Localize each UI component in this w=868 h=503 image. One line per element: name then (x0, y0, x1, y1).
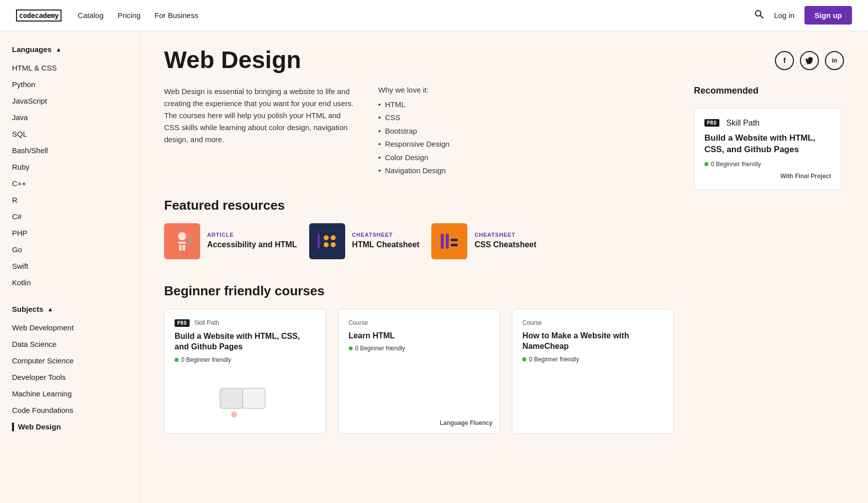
sidebar-item-bash[interactable]: Bash/Shell (12, 142, 128, 159)
sidebar-item-web-dev[interactable]: Web Development (12, 319, 128, 336)
course-card-1[interactable]: PRO Skill Path Build a Website with HTML… (164, 309, 326, 434)
featured-card-accessibility[interactable]: ARTICLE Accessibility and HTML (164, 223, 297, 259)
sidebar-item-cpp[interactable]: C++ (12, 175, 128, 192)
sidebar-item-go[interactable]: Go (12, 241, 128, 258)
sidebar-item-ruby[interactable]: Ruby (12, 159, 128, 175)
css-cheatsheet-icon (437, 229, 462, 254)
rec-card-title: Build a Website with HTML, CSS, and Gith… (704, 133, 831, 156)
sidebar-item-python[interactable]: Python (12, 76, 128, 93)
sidebar-item-developer-tools[interactable]: Developer Tools (12, 369, 128, 385)
green-dot-2 (349, 346, 353, 350)
css-title: CSS Cheatsheet (474, 240, 536, 250)
signup-button[interactable]: Sign up (804, 6, 852, 25)
green-dot-1 (175, 358, 179, 362)
course-2-badge: 0 Beginner friendly (349, 345, 490, 352)
sidebar-item-data-science[interactable]: Data Science (12, 336, 128, 352)
content-main: Web Design is essential to bringing a we… (164, 86, 674, 434)
accessibility-icon (170, 229, 195, 254)
html-type: CHEATSHEET (352, 232, 420, 238)
main-layout: Languages ▲ HTML & CSS Python JavaScript… (0, 31, 868, 503)
why-love-item: Bootstrap (378, 125, 450, 138)
description-section: Web Design is essential to bringing a we… (164, 86, 674, 178)
course-2-badge-label: 0 Beginner friendly (355, 345, 405, 352)
svg-point-11 (331, 235, 336, 240)
courses-grid: PRO Skill Path Build a Website with HTML… (164, 309, 674, 434)
sidebar-item-kotlin[interactable]: Kotlin (12, 274, 128, 291)
active-indicator (12, 422, 14, 431)
sidebar-item-swift[interactable]: Swift (12, 258, 128, 274)
css-info: CHEATSHEET CSS Cheatsheet (474, 232, 536, 250)
subjects-chevron: ▲ (48, 306, 54, 313)
nav-pricing[interactable]: Pricing (118, 11, 141, 20)
sidebar-item-computer-science[interactable]: Computer Science (12, 352, 128, 369)
svg-text:...: ... (226, 397, 230, 401)
featured-title: Featured resources (164, 198, 674, 213)
course-3-badge-label: 0 Beginner friendly (529, 356, 579, 363)
why-love: Why we love it: HTML CSS Bootstrap Respo… (378, 86, 450, 178)
svg-point-2 (178, 232, 186, 240)
nav-for-business[interactable]: For Business (155, 11, 199, 20)
course-3-type-label: Course (522, 319, 542, 326)
rec-type-row: PRO Skill Path (704, 119, 831, 128)
page-title: Web Design (164, 47, 301, 74)
html-cheatsheet-icon (315, 229, 340, 254)
css-type: CHEATSHEET (474, 232, 536, 238)
rec-badge-label: 0 Beginner friendly (711, 161, 761, 168)
navbar-actions: Log in Sign up (754, 6, 852, 25)
rec-badge: 0 Beginner friendly (704, 161, 831, 168)
sidebar-item-php[interactable]: PHP (12, 225, 128, 241)
sidebar-item-machine-learning[interactable]: Machine Learning (12, 385, 128, 402)
recommended-card[interactable]: PRO Skill Path Build a Website with HTML… (694, 108, 841, 190)
course-card-3[interactable]: Course How to Make a Website with NameCh… (512, 309, 674, 434)
svg-point-9 (324, 235, 329, 240)
svg-rect-18 (243, 388, 265, 408)
accessibility-type: ARTICLE (207, 232, 297, 238)
logo-code: code (19, 12, 35, 20)
accessibility-info: ARTICLE Accessibility and HTML (207, 232, 297, 250)
sidebar-item-javascript[interactable]: JavaScript (12, 93, 128, 109)
sidebar-item-html-css[interactable]: HTML & CSS (12, 60, 128, 76)
svg-rect-5 (183, 245, 185, 251)
course-2-type: Course (349, 319, 490, 326)
sidebar-item-web-design[interactable]: Web Design (12, 418, 128, 435)
sidebar-item-code-foundations[interactable]: Code Foundations (12, 402, 128, 418)
twitter-icon[interactable] (800, 51, 819, 70)
svg-line-1 (760, 16, 763, 18)
subjects-heading[interactable]: Subjects ▲ (12, 305, 128, 313)
svg-rect-14 (446, 234, 449, 249)
featured-card-html[interactable]: CHEATSHEET HTML Cheatsheet (309, 223, 420, 259)
facebook-icon[interactable]: f (775, 51, 794, 70)
linkedin-icon[interactable]: in (825, 51, 844, 70)
content-area: Web Design f in Web Design is essential … (140, 31, 868, 503)
search-button[interactable] (754, 9, 764, 22)
login-button[interactable]: Log in (774, 11, 794, 20)
logo-box: codecademy (16, 10, 62, 22)
nav-catalog[interactable]: Catalog (78, 11, 104, 20)
why-love-title: Why we love it: (378, 86, 450, 94)
why-love-item: CSS (378, 111, 450, 125)
subjects-label: Subjects (12, 305, 44, 313)
svg-rect-17 (220, 388, 243, 408)
course-card-2[interactable]: Course Learn HTML 0 Beginner friendly La… (338, 309, 500, 434)
logo[interactable]: codecademy (16, 10, 62, 22)
svg-point-12 (331, 242, 336, 247)
sidebar-item-r[interactable]: R (12, 192, 128, 208)
rec-pro-badge: PRO (704, 119, 719, 127)
html-info: CHEATSHEET HTML Cheatsheet (352, 232, 420, 250)
languages-heading[interactable]: Languages ▲ (12, 45, 128, 54)
svg-rect-6 (189, 239, 193, 240)
accessibility-thumb (164, 223, 200, 259)
languages-chevron: ▲ (56, 46, 62, 53)
recommended-heading: Recommended (694, 86, 844, 96)
sidebar-item-sql[interactable]: SQL (12, 126, 128, 142)
pro-badge-1: PRO (175, 319, 190, 327)
sidebar-item-csharp[interactable]: C# (12, 208, 128, 225)
course-3-type: Course (522, 319, 663, 326)
course-1-title: Build a Website with HTML, CSS, and Gith… (175, 331, 316, 352)
subjects-section: Subjects ▲ Web Development Data Science … (12, 305, 128, 435)
sidebar-item-java[interactable]: Java (12, 109, 128, 126)
course-3-title: How to Make a Website with NameCheap (522, 330, 663, 352)
course-1-type: PRO Skill Path (175, 319, 316, 327)
beginner-title: Beginner friendly courses (164, 283, 674, 299)
featured-card-css[interactable]: CHEATSHEET CSS Cheatsheet (431, 223, 536, 259)
